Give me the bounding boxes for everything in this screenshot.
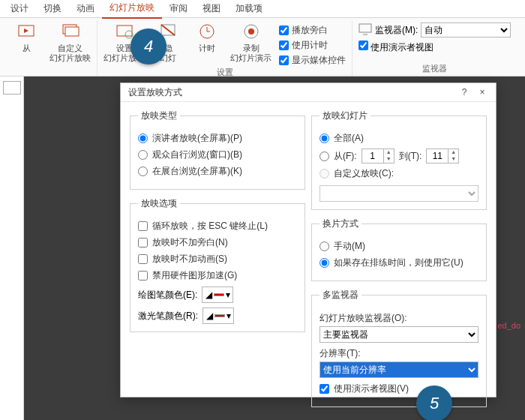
tab-design[interactable]: 设计 — [3, 0, 36, 18]
watermark-text: ed_do — [497, 321, 520, 330]
dialog-title: 设置放映方式 — [128, 86, 455, 99]
svg-rect-3 — [65, 27, 79, 36]
btn-rehearse[interactable]: 计时 — [191, 21, 223, 53]
svg-marker-1 — [24, 28, 28, 33]
chk-no-narration[interactable]: 放映时不加旁白(N) — [138, 236, 297, 249]
pen-color-label: 绘图笔颜色(E): — [138, 289, 197, 302]
radio-kiosk[interactable]: 在展台浏览(全屏幕)(K) — [138, 165, 297, 178]
laser-color-picker[interactable]: ◢▾ — [202, 308, 234, 324]
group-show-slides: 放映幻灯片 全部(A) 从(F): ▲▼ 到(T): ▲▼ 自定义放映(C): — [311, 110, 487, 210]
svg-point-12 — [248, 28, 254, 34]
radio-timed[interactable]: 如果存在排练时间，则使用它(U) — [320, 256, 478, 269]
dialog-help-button[interactable]: ? — [455, 83, 473, 101]
resolution-select[interactable]: 使用当前分辨率 — [320, 362, 478, 378]
radio-browsed[interactable]: 观众自行浏览(窗口)(B) — [138, 148, 297, 161]
dialog-titlebar: 设置放映方式 ? × — [121, 83, 496, 102]
pen-color-picker[interactable]: ◢▾ — [202, 286, 233, 303]
setup-show-dialog: 设置放映方式 ? × 放映类型 演讲者放映(全屏幕)(P) 观众自行浏览(窗口)… — [120, 82, 496, 398]
radio-presenter[interactable]: 演讲者放映(全屏幕)(P) — [138, 132, 297, 145]
group-multimonitor: 多监视器 幻灯片放映监视器(O): 主要监视器 分辨率(T): 使用当前分辨率 … — [311, 289, 487, 407]
slide-thumb-1[interactable] — [3, 81, 21, 94]
monitor-label: 监视器(M): — [375, 24, 418, 37]
chevron-down-icon: ▾ — [226, 310, 231, 321]
ribbon-group-monitor: 监视器(M): 自动 使用演示者视图 监视器 — [352, 21, 517, 76]
to-input[interactable] — [427, 149, 448, 163]
present-icon — [16, 21, 37, 42]
tab-animations[interactable]: 动画 — [69, 0, 102, 18]
radio-manual[interactable]: 手动(M) — [320, 240, 478, 253]
custom-show-select — [320, 185, 478, 202]
ribbon: 从 自定义 幻灯片放映 设置 幻灯片放映 隐 幻灯 计时 — [0, 18, 525, 76]
custom-show-icon — [60, 21, 81, 42]
group-advance: 换片方式 手动(M) 如果存在排练时间，则使用它(U) — [311, 218, 487, 281]
record-icon — [241, 21, 262, 42]
step-badge-5: 5 — [416, 386, 452, 420]
ribbon-checks: 播放旁白 使用计时 显示媒体控件 — [279, 21, 346, 67]
ribbon-tabs: 设计 切换 动画 幻灯片放映 审阅 视图 加载项 — [0, 0, 525, 18]
radio-all[interactable]: 全部(A) — [320, 132, 478, 145]
step-badge-4: 4 — [130, 28, 166, 64]
clock-icon — [196, 21, 218, 42]
chk-loop[interactable]: 循环放映，按 ESC 键终止(L) — [138, 220, 297, 232]
chk-media[interactable]: 显示媒体控件 — [279, 54, 346, 67]
tab-transitions[interactable]: 切换 — [36, 0, 69, 18]
monitor-icon — [358, 23, 372, 38]
resolution-label: 分辨率(T): — [320, 347, 478, 360]
group-label-monitor: 监视器 — [422, 63, 447, 76]
chk-use-presenter-view[interactable]: 使用演示者视图(V) — [320, 382, 478, 395]
spin-from[interactable]: ▲▼ — [362, 148, 394, 164]
group-show-type: 放映类型 演讲者放映(全屏幕)(P) 观众自行浏览(窗口)(B) 在展台浏览(全… — [130, 110, 305, 190]
monitor-select[interactable]: 自动 — [421, 22, 511, 38]
slidemon-label: 幻灯片放映监视器(O): — [320, 312, 478, 325]
btn-from-beginning[interactable]: 从 — [10, 21, 42, 53]
slide-thumbstrip[interactable] — [0, 76, 24, 420]
chk-timing[interactable]: 使用计时 — [279, 39, 346, 52]
bucket-icon: ◢ — [206, 290, 212, 300]
chk-presenter-view[interactable]: 使用演示者视图 — [358, 40, 511, 54]
spin-to[interactable]: ▲▼ — [426, 148, 459, 164]
radio-custom-show: 自定义放映(C): — [320, 167, 478, 180]
bucket-icon: ◢ — [206, 310, 213, 321]
ribbon-group-start: 从 自定义 幻灯片放映 — [4, 21, 98, 76]
btn-record[interactable]: 录制 幻灯片演示 — [230, 21, 272, 63]
slideshow-monitor-select[interactable]: 主要监视器 — [320, 326, 478, 343]
tab-review[interactable]: 审阅 — [162, 0, 195, 18]
tab-slideshow[interactable]: 幻灯片放映 — [102, 0, 162, 19]
from-input[interactable] — [362, 149, 383, 163]
dialog-close-button[interactable]: × — [473, 83, 491, 101]
chevron-down-icon: ▾ — [226, 290, 230, 300]
group-show-options: 放映选项 循环放映，按 ESC 键终止(L) 放映时不加旁白(N) 放映时不加动… — [130, 197, 305, 332]
svg-line-7 — [161, 25, 175, 35]
tab-view[interactable]: 视图 — [195, 0, 228, 18]
tab-addins[interactable]: 加载项 — [228, 0, 270, 18]
chk-no-hwaccel[interactable]: 禁用硬件图形加速(G) — [138, 269, 297, 282]
laser-color-label: 激光笔颜色(R): — [138, 310, 198, 322]
svg-rect-13 — [359, 24, 371, 32]
chk-narration[interactable]: 播放旁白 — [279, 24, 346, 37]
radio-from-to[interactable]: 从(F): ▲▼ 到(T): ▲▼ — [320, 148, 478, 164]
btn-custom-show[interactable]: 自定义 幻灯片放映 — [50, 21, 91, 63]
chk-no-animation[interactable]: 放映时不加动画(S) — [138, 253, 297, 266]
